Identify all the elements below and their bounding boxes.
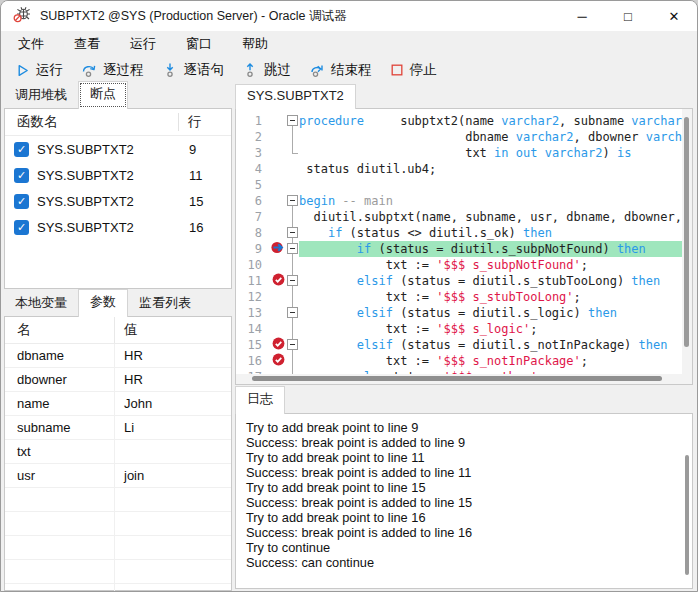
line-number[interactable]: 13 <box>236 305 270 321</box>
parameter-row[interactable]: nameJohn <box>5 392 231 416</box>
code-text[interactable]: elsif (status = diutil.s_stubTooLong) th… <box>299 273 682 289</box>
tab-watch-list[interactable]: 监看列表 <box>128 291 202 316</box>
line-number[interactable]: 12 <box>236 289 270 305</box>
fold-marker[interactable] <box>287 195 298 206</box>
breakpoint-row[interactable]: ✓SYS.SUBPTXT29 <box>5 136 231 162</box>
breakpoint-row[interactable]: ✓SYS.SUBPTXT216 <box>5 214 231 240</box>
breakpoint-checkbox[interactable]: ✓ <box>14 142 29 157</box>
line-number[interactable]: 2 <box>236 129 270 145</box>
toolbar-run-to-end-button[interactable]: 结束程 <box>301 59 380 81</box>
code-text[interactable]: txt := '$$$ s_logic'; <box>299 321 682 337</box>
breakpoint-gutter[interactable] <box>270 273 286 289</box>
tab-breakpoints[interactable]: 断点 <box>78 81 128 109</box>
toolbar-step-out-button[interactable]: 跳过 <box>234 59 299 81</box>
line-number[interactable]: 11 <box>236 273 270 289</box>
breakpoint-gutter[interactable] <box>270 193 286 209</box>
menu-item-run[interactable]: 运行 <box>115 31 171 57</box>
code-text[interactable]: dbname varchar2, dbowner varchar2, <box>299 129 682 145</box>
tab-call-stack[interactable]: 调用堆栈 <box>4 83 78 108</box>
breakpoint-checkbox[interactable]: ✓ <box>14 220 29 235</box>
breakpoint-gutter[interactable] <box>270 113 286 129</box>
breakpoint-gutter[interactable] <box>270 353 286 369</box>
tab-log[interactable]: 日志 <box>235 386 285 414</box>
toolbar-step-into-button[interactable]: 逐语句 <box>154 59 233 81</box>
code-text[interactable]: elsif (status = diutil.s_notInPackage) t… <box>299 337 682 353</box>
line-number[interactable]: 4 <box>236 161 270 177</box>
code-text[interactable]: if (status <> diutil.s_ok) then <box>299 225 682 241</box>
toolbar-stop-button[interactable]: 停止 <box>382 59 445 81</box>
line-number[interactable]: 5 <box>236 177 270 193</box>
line-number[interactable]: 6 <box>236 193 270 209</box>
breakpoint-gutter[interactable] <box>270 337 286 353</box>
close-button[interactable]: ✕ <box>651 1 697 31</box>
breakpoint-row[interactable]: ✓SYS.SUBPTXT211 <box>5 162 231 188</box>
log-vertical-scrollbar[interactable] <box>682 414 692 588</box>
toolbar-step-over-button[interactable]: 逐过程 <box>73 59 152 81</box>
code-text[interactable]: elsif (status = diutil.s_logic) then <box>299 305 682 321</box>
line-number[interactable]: 14 <box>236 321 270 337</box>
line-number[interactable]: 16 <box>236 353 270 369</box>
breakpoint-gutter[interactable] <box>270 129 286 145</box>
breakpoint-gutter[interactable] <box>270 257 286 273</box>
line-number[interactable]: 8 <box>236 225 270 241</box>
code-text[interactable]: if (status = diutil.s_subpNotFound) then <box>299 241 682 257</box>
parameter-row[interactable]: dbnameHR <box>5 344 231 368</box>
editor-vertical-scrollbar[interactable] <box>682 109 692 374</box>
line-number[interactable]: 9 <box>236 241 270 257</box>
menu-item-help[interactable]: 帮助 <box>227 31 283 57</box>
breakpoint-gutter[interactable] <box>270 161 286 177</box>
breakpoint-row[interactable]: ✓SYS.SUBPTXT215 <box>5 188 231 214</box>
current-line-breakpoint-icon[interactable] <box>271 240 286 258</box>
parameter-row[interactable]: usrjoin <box>5 464 231 488</box>
breakpoint-icon[interactable] <box>272 352 285 370</box>
breakpoint-gutter[interactable] <box>270 321 286 337</box>
code-text[interactable] <box>299 177 682 193</box>
breakpoint-gutter[interactable] <box>270 289 286 305</box>
v-scrollbar-thumb[interactable] <box>684 117 689 347</box>
editor-horizontal-scrollbar[interactable] <box>236 374 682 384</box>
breakpoint-gutter[interactable] <box>270 225 286 241</box>
tab-local-variables[interactable]: 本地变量 <box>4 291 78 316</box>
code-text[interactable]: begin -- main <box>299 193 682 209</box>
line-number[interactable]: 15 <box>236 337 270 353</box>
fold-marker[interactable] <box>287 339 298 350</box>
breakpoint-gutter[interactable] <box>270 209 286 225</box>
menu-item-file[interactable]: 文件 <box>3 31 59 57</box>
code-text[interactable]: txt := '$$$ s_stubTooLong'; <box>299 289 682 305</box>
log-line: Try to add break point to line 9 <box>246 420 672 435</box>
minimize-button[interactable]: ─ <box>559 1 605 31</box>
breakpoint-gutter[interactable] <box>270 145 286 161</box>
code-text[interactable]: txt in out varchar2) is <box>299 145 682 161</box>
code-text[interactable]: diutil.subptxt(name, subname, usr, dbnam… <box>299 209 682 225</box>
line-number[interactable]: 7 <box>236 209 270 225</box>
code-text[interactable]: txt := '$$$ s_notInPackage'; <box>299 353 682 369</box>
breakpoint-gutter[interactable] <box>270 177 286 193</box>
h-scrollbar-thumb[interactable] <box>252 376 662 381</box>
menu-item-window[interactable]: 窗口 <box>171 31 227 57</box>
code-text[interactable]: procedure subptxt2(name varchar2, subnam… <box>299 113 682 129</box>
breakpoint-gutter[interactable] <box>270 305 286 321</box>
breakpoint-checkbox[interactable]: ✓ <box>14 194 29 209</box>
breakpoint-icon[interactable] <box>272 272 285 290</box>
menu-item-view[interactable]: 查看 <box>59 31 115 57</box>
breakpoint-gutter[interactable] <box>270 241 286 257</box>
parameter-row[interactable]: subnameLi <box>5 416 231 440</box>
parameter-row[interactable]: dbownerHR <box>5 368 231 392</box>
tab-parameters[interactable]: 参数 <box>78 289 128 317</box>
code-text[interactable]: txt := '$$$ s_subpNotFound'; <box>299 257 682 273</box>
line-number[interactable]: 10 <box>236 257 270 273</box>
parameter-row[interactable]: txt <box>5 440 231 464</box>
fold-marker[interactable] <box>287 275 298 286</box>
fold-marker[interactable] <box>287 243 298 254</box>
code-text[interactable]: status diutil.ub4; <box>299 161 682 177</box>
maximize-button[interactable]: □ <box>605 1 651 31</box>
log-scrollbar-thumb[interactable] <box>685 455 689 575</box>
line-number[interactable]: 3 <box>236 145 270 161</box>
fold-marker[interactable] <box>287 307 298 318</box>
breakpoint-checkbox[interactable]: ✓ <box>14 168 29 183</box>
fold-marker[interactable] <box>287 115 298 126</box>
line-number[interactable]: 1 <box>236 113 270 129</box>
toolbar-run-button[interactable]: 运行 <box>7 59 71 81</box>
tab-editor-sys-subptxt2[interactable]: SYS.SUBPTXT2 <box>235 84 356 109</box>
fold-marker[interactable] <box>287 227 298 238</box>
